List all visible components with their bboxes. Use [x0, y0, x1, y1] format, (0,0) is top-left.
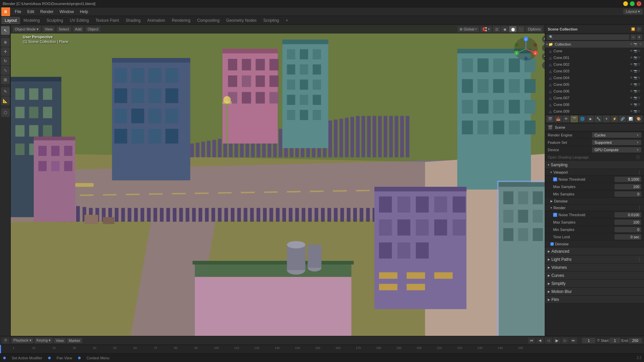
- menu-file[interactable]: File: [12, 8, 24, 15]
- tool-annotate[interactable]: ✎: [1, 87, 10, 96]
- zoom-button[interactable]: 🔍: [542, 36, 545, 43]
- tool-transform[interactable]: ⊞: [1, 75, 10, 84]
- tab-add[interactable]: +: [282, 17, 291, 24]
- start-frame-input[interactable]: 1: [609, 338, 621, 343]
- tab-geometry-nodes[interactable]: Geometry Nodes: [223, 17, 260, 24]
- render-noise-input[interactable]: [614, 212, 641, 218]
- menu-render[interactable]: Render: [38, 8, 56, 15]
- list-item[interactable]: △ Cone.005 👁📷▽: [548, 81, 644, 88]
- sampling-section[interactable]: ▾ Sampling: [545, 161, 644, 169]
- menu-edit[interactable]: Edit: [24, 8, 37, 15]
- tool-rotate[interactable]: ↻: [1, 57, 10, 65]
- device-select[interactable]: GPU Compute ▾: [592, 147, 642, 153]
- tab-shading[interactable]: Shading: [122, 17, 144, 24]
- filter-icon[interactable]: 🔽: [631, 27, 635, 32]
- timeline-ruler[interactable]: 1 10 20 30 40 50 60 70 80 90 100 110 120…: [0, 345, 644, 353]
- shading-material[interactable]: ⬤: [509, 26, 517, 32]
- next-keyframe-button[interactable]: ▷: [561, 338, 569, 344]
- status-context-menu[interactable]: Context Menu: [87, 356, 109, 360]
- render-subsection[interactable]: ▾ Render ⋮: [545, 204, 644, 211]
- collection-search-input[interactable]: 🔍: [547, 35, 629, 40]
- grid-view-button[interactable]: ⊞: [542, 62, 545, 69]
- global-dropdown[interactable]: ⊕ Global ▾: [458, 26, 479, 32]
- marker-dropdown[interactable]: Marker: [67, 338, 82, 343]
- denoise-render-checkbox[interactable]: ✓: [550, 242, 554, 246]
- denoise-viewport-section[interactable]: ▶ Denoise: [545, 198, 644, 204]
- min-samples-input[interactable]: [614, 191, 641, 197]
- render-max-samples-input[interactable]: [614, 220, 641, 225]
- view-dropdown[interactable]: View: [54, 338, 66, 343]
- collection-item-root[interactable]: ▾ 📁 Collection 👁 📷 ▽: [545, 41, 644, 48]
- curves-section[interactable]: ▶ Curves: [545, 272, 644, 280]
- collection-filter-icon-2[interactable]: ▽: [638, 43, 643, 46]
- timeline-icon[interactable]: ⏱: [2, 338, 9, 344]
- props-icon-view[interactable]: 👁: [562, 116, 570, 122]
- navigation-gizmo[interactable]: Z X Y 🔍 ✋ 📷 ⊞: [513, 36, 539, 63]
- play-button[interactable]: ▶: [553, 338, 560, 344]
- close-button[interactable]: ✕: [637, 1, 641, 6]
- collection-list[interactable]: ▾ 📁 Collection 👁 📷 ▽ △ Cone 👁 📷 ▽ △ Cone…: [545, 41, 644, 115]
- end-frame-input[interactable]: 250: [629, 338, 642, 343]
- props-icon-constraints[interactable]: 🔗: [619, 116, 626, 122]
- render-noise-checkbox[interactable]: ✓: [553, 213, 557, 217]
- hand-tool-button[interactable]: ✋: [542, 44, 545, 52]
- jump-end-button[interactable]: ⏭: [570, 338, 577, 344]
- list-item[interactable]: △ Cone.001 👁📷▽: [548, 54, 644, 61]
- tab-modeling[interactable]: Modeling: [20, 17, 43, 24]
- render-engine-select[interactable]: Cycles ▾: [592, 132, 642, 138]
- collection-filter-icon[interactable]: ≡: [631, 35, 636, 40]
- tool-add[interactable]: ⬡: [1, 108, 10, 117]
- shading-solid[interactable]: ◉: [501, 26, 508, 32]
- list-item[interactable]: △ Cone.008 👁📷▽: [548, 101, 644, 108]
- new-collection-icon[interactable]: +: [637, 27, 641, 32]
- light-paths-section[interactable]: ▶ Light Paths ⋮: [545, 255, 644, 263]
- minimize-button[interactable]: –: [623, 1, 628, 6]
- tool-move[interactable]: ✛: [1, 47, 10, 56]
- feature-set-select[interactable]: Supported ▾: [592, 140, 642, 145]
- list-item[interactable]: △ Cone.004 👁📷▽: [548, 74, 644, 81]
- noise-threshold-input[interactable]: [614, 177, 641, 182]
- list-item[interactable]: △ Cone.006 👁📷▽: [548, 88, 644, 95]
- tool-cursor[interactable]: ⊕: [1, 38, 10, 47]
- render-menu-dots[interactable]: ⋮: [637, 205, 641, 210]
- props-icon-physics[interactable]: ⚡: [611, 116, 618, 122]
- viewport-menu-dots[interactable]: ⋮: [637, 170, 641, 175]
- menu-window[interactable]: Window: [57, 8, 76, 15]
- list-item[interactable]: △ Cone.002 👁📷▽: [548, 61, 644, 68]
- list-item[interactable]: △ Cone.003 👁📷▽: [548, 68, 644, 74]
- render-min-samples-input[interactable]: [614, 227, 641, 232]
- tab-scripting[interactable]: Scripting: [260, 17, 282, 24]
- props-icon-modifier[interactable]: 🔧: [595, 116, 602, 122]
- list-item[interactable]: △ Cone 👁 📷 ▽: [548, 48, 644, 54]
- tab-layout[interactable]: Layout: [1, 17, 20, 24]
- props-icon-render[interactable]: 🎬: [546, 116, 554, 122]
- list-item[interactable]: △ Cone.007 👁📷▽: [548, 95, 644, 101]
- tool-scale[interactable]: ⤡: [1, 66, 10, 75]
- shading-rendered[interactable]: ⬛: [517, 26, 525, 32]
- collection-sort-icon[interactable]: ⬍: [637, 35, 642, 40]
- tab-texture-paint[interactable]: Texture Paint: [92, 17, 122, 24]
- select-menu[interactable]: Select: [57, 26, 71, 32]
- film-section[interactable]: ▶ Film: [545, 296, 644, 304]
- prev-keyframe-button[interactable]: ◀: [536, 338, 544, 344]
- open-shading-checkbox[interactable]: [636, 155, 640, 159]
- cone-visibility[interactable]: 👁: [630, 49, 633, 53]
- status-pan-view[interactable]: Pan View: [57, 356, 72, 360]
- props-icon-scene[interactable]: 🎬: [571, 116, 578, 122]
- view-menu[interactable]: View: [43, 26, 55, 32]
- cone-filter[interactable]: ▽: [638, 49, 643, 53]
- scene-name-header[interactable]: 🎬 Scene: [545, 123, 644, 131]
- playback-dropdown[interactable]: Playback ▾: [11, 338, 34, 343]
- tab-rendering[interactable]: Rendering: [168, 17, 194, 24]
- tab-animation[interactable]: Animation: [144, 17, 168, 24]
- time-limit-input[interactable]: [614, 234, 641, 240]
- motion-blur-section[interactable]: ▶ Motion Blur: [545, 288, 644, 296]
- simplify-section[interactable]: ▶ Simplify: [545, 280, 644, 288]
- cone-render[interactable]: 📷: [634, 49, 637, 53]
- light-paths-dots[interactable]: ⋮: [637, 257, 641, 262]
- shading-wireframe[interactable]: ⊡: [493, 26, 500, 32]
- props-icon-particles[interactable]: ✦: [603, 116, 610, 122]
- props-icon-world[interactable]: 🌐: [579, 116, 586, 122]
- tab-sculpting[interactable]: Sculpting: [43, 17, 66, 24]
- noise-threshold-checkbox[interactable]: ✓: [553, 177, 557, 181]
